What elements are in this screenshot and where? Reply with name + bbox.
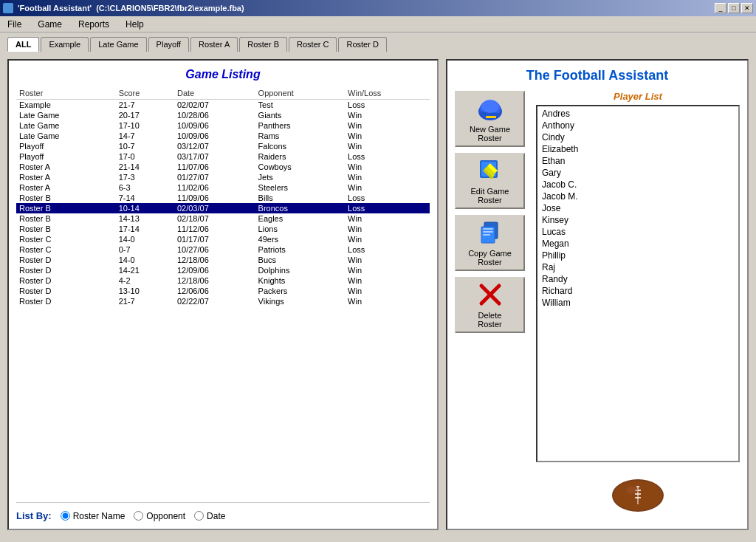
cell-win_loss: Loss (345, 244, 430, 255)
cell-score: 17-14 (116, 224, 174, 234)
cell-opponent: Panthers (255, 120, 346, 131)
tab-roster-b[interactable]: Roster B (239, 37, 287, 52)
x-mark-icon (475, 281, 505, 308)
player-item[interactable]: Jacob C. (539, 179, 737, 191)
cell-date: 02/18/07 (174, 213, 255, 224)
delete-roster-button[interactable]: DeleteRoster (455, 277, 525, 333)
radio-date-input[interactable] (194, 511, 204, 521)
table-row[interactable]: Late Game14-710/09/06RamsWin (16, 131, 430, 141)
menu-help[interactable]: Help (121, 18, 148, 31)
player-item[interactable]: Megan (539, 238, 737, 250)
cell-roster: Roster D (16, 255, 116, 265)
player-item[interactable]: Anthony (539, 120, 737, 131)
player-item[interactable]: Raj (539, 261, 737, 273)
maximize-button[interactable]: □ (728, 3, 740, 13)
table-row[interactable]: Roster C0-710/27/06PatriotsLoss (16, 244, 430, 255)
cell-roster: Late Game (16, 110, 116, 120)
radio-opponent-label: Opponent (146, 511, 185, 521)
player-item[interactable]: Richard (539, 285, 737, 297)
cell-win_loss: Win (345, 275, 430, 286)
radio-opponent-input[interactable] (134, 511, 143, 521)
right-panel: The Football Assistant (446, 59, 749, 530)
player-item[interactable]: Elizabeth (539, 143, 737, 155)
player-item[interactable]: Jose (539, 202, 737, 214)
cell-win_loss: Loss (345, 193, 430, 203)
table-row[interactable]: Playoff10-703/12/07FalconsWin (16, 141, 430, 151)
helmet-icon (475, 95, 505, 122)
table-header-row: Roster Score Date Opponent Win/Loss (16, 87, 430, 100)
table-row[interactable]: Late Game17-1010/09/06PanthersWin (16, 120, 430, 131)
player-item[interactable]: Phillip (539, 250, 737, 261)
player-item[interactable]: Jacob M. (539, 191, 737, 202)
menu-game[interactable]: Game (33, 18, 66, 31)
tab-late-game[interactable]: Late Game (90, 37, 146, 52)
minimize-button[interactable]: _ (715, 3, 726, 13)
game-listing-title: Game Listing (16, 68, 430, 81)
radio-date[interactable]: Date (194, 511, 225, 521)
edit-game-roster-button[interactable]: Edit GameRoster (455, 153, 525, 209)
table-row[interactable]: Example21-702/02/07TestLoss (16, 100, 430, 111)
edit-game-roster-label: Edit GameRoster (471, 187, 509, 205)
table-row[interactable]: Roster A6-311/02/06SteelersWin (16, 182, 430, 193)
new-game-roster-button[interactable]: New GameRoster (455, 91, 525, 147)
table-row[interactable]: Playoff17-003/17/07RaidersLoss (16, 151, 430, 162)
tab-roster-d[interactable]: Roster D (338, 37, 386, 52)
right-body: New GameRoster Edit Game (455, 91, 740, 521)
menu-reports[interactable]: Reports (74, 18, 114, 31)
radio-roster-name-input[interactable] (61, 511, 70, 521)
table-row[interactable]: Roster A21-1411/07/06CowboysWin (16, 162, 430, 172)
cell-roster: Roster B (16, 203, 116, 213)
tab-roster-c[interactable]: Roster C (289, 37, 337, 52)
close-button[interactable]: ✕ (741, 3, 753, 13)
table-row[interactable]: Roster B10-1402/03/07BroncosLoss (16, 203, 430, 213)
radio-opponent[interactable]: Opponent (134, 511, 185, 521)
cell-win_loss: Win (345, 141, 430, 151)
player-item[interactable]: Cindy (539, 131, 737, 143)
tab-roster-a[interactable]: Roster A (190, 37, 238, 52)
menu-bar: File Game Reports Help (0, 16, 756, 32)
table-row[interactable]: Roster D13-1012/06/06PackersWin (16, 286, 430, 296)
table-row[interactable]: Roster D21-702/22/07VikingsWin (16, 296, 430, 306)
cell-date: 02/02/07 (174, 100, 255, 111)
tab-example[interactable]: Example (41, 37, 89, 52)
player-item[interactable]: Kinsey (539, 214, 737, 226)
table-row[interactable]: Roster B14-1302/18/07EaglesWin (16, 213, 430, 224)
table-row[interactable]: Roster A17-301/27/07JetsWin (16, 172, 430, 182)
player-item[interactable]: Gary (539, 167, 737, 179)
tab-playoff[interactable]: Playoff (148, 37, 189, 52)
cell-win_loss: Win (345, 110, 430, 120)
cell-roster: Late Game (16, 120, 116, 131)
table-row[interactable]: Roster D14-012/18/06BucsWin (16, 255, 430, 265)
menu-file[interactable]: File (3, 18, 26, 31)
player-item[interactable]: Randy (539, 273, 737, 285)
player-list[interactable]: AndresAnthonyCindyElizabethEthanGaryJaco… (536, 105, 740, 462)
players-column: Player List AndresAnthonyCindyElizabethE… (536, 91, 740, 521)
radio-roster-name[interactable]: Roster Name (61, 511, 126, 521)
table-row[interactable]: Roster B7-1411/09/06BillsLoss (16, 193, 430, 203)
cell-score: 10-14 (116, 203, 174, 213)
radio-date-label: Date (207, 511, 225, 521)
cell-opponent: 49ers (255, 234, 346, 244)
copy-game-roster-button[interactable]: Copy GameRoster (455, 215, 525, 271)
cell-date: 12/18/06 (174, 275, 255, 286)
table-row[interactable]: Roster D14-2112/09/06DolphinsWin (16, 265, 430, 275)
cell-date: 10/27/06 (174, 244, 255, 255)
table-row[interactable]: Roster D4-212/18/06KnightsWin (16, 275, 430, 286)
table-row[interactable]: Roster C14-001/17/0749ersWin (16, 234, 430, 244)
table-row[interactable]: Late Game20-1710/28/06GiantsWin (16, 110, 430, 120)
cell-roster: Roster A (16, 162, 116, 172)
cell-opponent: Raiders (255, 151, 346, 162)
football-svg (608, 476, 667, 516)
player-item[interactable]: Andres (539, 108, 737, 120)
table-row[interactable]: Roster B17-1411/12/06LionsWin (16, 224, 430, 234)
player-item[interactable]: Ethan (539, 155, 737, 167)
player-item[interactable]: William (539, 297, 737, 309)
player-item[interactable]: Lucas (539, 226, 737, 238)
cell-opponent: Vikings (255, 296, 346, 306)
cell-date: 01/27/07 (174, 172, 255, 182)
cell-roster: Example (16, 100, 116, 111)
tab-all[interactable]: ALL (7, 37, 39, 52)
cell-roster: Roster B (16, 224, 116, 234)
cell-roster: Roster D (16, 275, 116, 286)
app-title: 'Football Assistant' (18, 4, 92, 13)
